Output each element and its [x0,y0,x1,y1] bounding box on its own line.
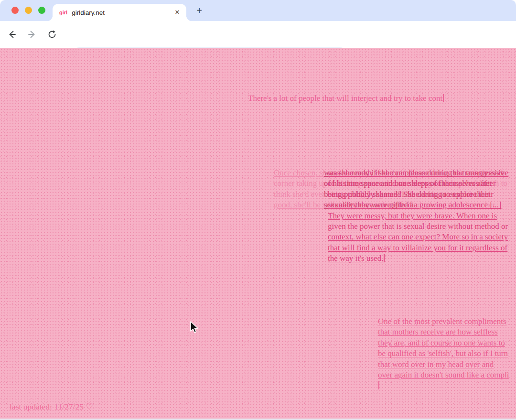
back-button[interactable] [4,26,20,43]
reload-icon [47,30,57,39]
mouse-cursor-icon [189,321,199,335]
text-caret [384,254,385,262]
tab-curve-right [186,15,192,21]
tab-girldiary[interactable]: girl girldiary.net ✕ [53,4,186,21]
diary-entry-mothers-text: One of the most prevalent compliments th… [378,317,509,379]
text-caret [378,381,379,389]
girldiary-favicon: girl [59,10,67,15]
minimize-window-button[interactable] [25,7,32,14]
tab-title: girldiary.net [72,9,173,16]
tab-curve-left [47,15,53,21]
browser-window: girl girldiary.net ✕ + [0,0,516,420]
forward-arrow-icon [27,30,37,39]
back-arrow-icon [7,30,17,39]
diary-entry-typing[interactable]: There's a lot of people that will interj… [248,93,477,104]
text-caret [443,94,444,102]
diary-entry-mothers[interactable]: One of the most prevalent compliments th… [378,316,510,391]
tab-close-icon[interactable]: ✕ [173,8,182,17]
close-window-button[interactable] [11,7,19,14]
diary-entry-overlay-dark-text: was she ready if she can please during t… [328,168,508,263]
diary-entry-overlay-dark[interactable]: was she ready if she can please during t… [328,168,510,264]
last-updated-label: last updated: 11/27/25 ♡ [10,401,93,412]
diary-entry-typing-text: There's a lot of people that will interj… [248,94,442,103]
zoom-window-button[interactable] [38,7,45,14]
new-tab-button[interactable]: + [193,5,205,17]
girldiary-page: There's a lot of people that will interj… [0,48,516,420]
tab-strip: girl girldiary.net ✕ + [0,0,516,21]
reload-button[interactable] [44,26,60,43]
forward-button[interactable] [24,26,40,43]
browser-toolbar: girldiary.net ☆ [0,21,516,48]
